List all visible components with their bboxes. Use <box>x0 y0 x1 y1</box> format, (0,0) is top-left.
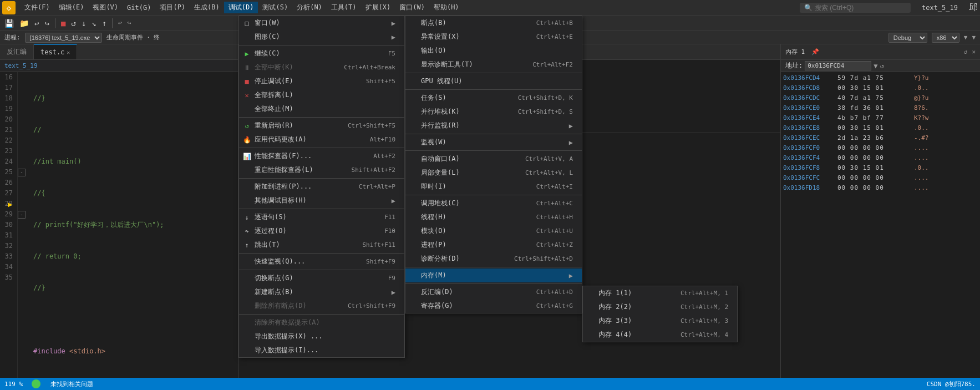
stop-debug-shortcut: Shift+F5 <box>348 78 395 85</box>
menu-debug[interactable]: 调试(D) <box>224 2 258 13</box>
menu-git[interactable]: Git(G) <box>123 3 155 13</box>
menu-clear-tips-label: 清除所有数据提示(A) <box>255 318 320 327</box>
menu-window[interactable]: 窗口(W) <box>395 2 429 13</box>
menu-win-autos[interactable]: 自动窗口(A) Ctrl+Alt+V, A <box>405 152 582 166</box>
menu-win-registers[interactable]: 寄存器(G) Ctrl+Alt+G <box>405 299 582 313</box>
menu-help[interactable]: 帮助(H) <box>429 2 464 13</box>
memory-refresh-btn[interactable]: ↺ <box>964 48 968 55</box>
menu-tools[interactable]: 工具(T) <box>327 2 361 13</box>
menu-memory-4[interactable]: 内存 4(4) Ctrl+Alt+M, 4 <box>583 328 737 342</box>
toolbar-stepout[interactable]: ↑ <box>100 18 109 29</box>
menu-project[interactable]: 项目(P) <box>155 2 190 13</box>
memory-list-icon <box>409 271 418 280</box>
memory-addr-arrow[interactable]: ▼ <box>874 62 877 70</box>
dropdown-arrow1[interactable]: ▼ <box>964 34 968 41</box>
menu-debug-window[interactable]: □ 窗口(W) ▶ <box>239 16 404 30</box>
menu-restart-profiler[interactable]: 重启性能探查器(L) Shift+Alt+F2 <box>239 163 404 177</box>
menu-detach-all[interactable]: ✕ 全部拆离(L) <box>239 88 404 102</box>
quick-watch-shortcut: Shift+F9 <box>348 258 395 265</box>
menu-win-output[interactable]: 输出(O) <box>405 44 582 58</box>
menu-continue[interactable]: ▶ 继续(C) F5 <box>239 47 404 60</box>
menu-analyze[interactable]: 分析(N) <box>292 2 327 13</box>
toolbar-stop[interactable]: ■ <box>59 18 68 29</box>
toolbar-redo[interactable]: ↪ <box>125 18 134 28</box>
menu-profiler[interactable]: 📊 性能探查器(F)... Alt+F2 <box>239 149 404 163</box>
menu-attach[interactable]: 附加到进程(P)... Ctrl+Alt+P <box>239 180 404 194</box>
memory-close-btn[interactable]: ✕ <box>972 48 976 55</box>
debug-config-select[interactable]: Debug <box>888 33 927 43</box>
menu-new-bp[interactable]: 新建断点(B) ▶ <box>239 285 404 299</box>
menu-quick-watch[interactable]: 快速监视(Q)... Shift+F9 <box>239 255 404 269</box>
menu-test[interactable]: 测试(S) <box>258 2 292 13</box>
menu-win-tasks[interactable]: 任务(S) Ctrl+Shift+D, K <box>405 91 582 105</box>
tab-testc[interactable]: test.c ✕ <box>34 44 77 59</box>
memory-addr-refresh[interactable]: ↺ <box>880 62 883 70</box>
toolbar-forward[interactable]: ↪ <box>42 18 51 29</box>
expand-btn-25[interactable]: - <box>18 169 26 176</box>
code-area[interactable]: //} // //int main() //{ // printf("好好学习，… <box>29 72 238 390</box>
menu-win-parallel-watch[interactable]: 并行监视(R) ▶ <box>405 119 582 133</box>
menu-win-diag[interactable]: 显示诊断工具(T) Ctrl+Alt+F2 <box>405 58 582 72</box>
menu-win-disasm[interactable]: 反汇编(D) Ctrl+Alt+D <box>405 285 582 299</box>
menu-step-out[interactable]: ↑ 跳出(T) Shift+F11 <box>239 238 404 252</box>
menu-export-tips[interactable]: 导出数据提示(X) ... <box>239 330 404 343</box>
toolbar-stepover[interactable]: ↓ <box>79 18 88 29</box>
toolbar-back[interactable]: ↩ <box>32 18 41 29</box>
menu-win-processes[interactable]: 进程(P) Ctrl+Alt+Z <box>405 238 582 252</box>
menu-win-registers-label: 寄存器(G) <box>421 301 453 311</box>
menu-import-tips[interactable]: 导入数据提示(I)... <box>239 343 404 357</box>
code-line-22: //} <box>33 283 233 293</box>
menu-win-breakpoints[interactable]: 断点(B) Ctrl+Alt+B <box>405 16 582 30</box>
arch-select[interactable]: x86 <box>932 33 959 43</box>
menu-win-diag-analysis[interactable]: 诊断分析(D) Ctrl+Shift+Alt+D <box>405 252 582 266</box>
menu-win-immediate[interactable]: 即时(I) Ctrl+Alt+I <box>405 180 582 194</box>
menu-stop-debug[interactable]: ■ 停止调试(E) Shift+F5 <box>239 74 404 88</box>
menu-win-watch[interactable]: 监视(W) ▶ <box>405 135 582 149</box>
menu-win-modules[interactable]: 模块(O) Ctrl+Alt+U <box>405 224 582 238</box>
tab-disasm[interactable]: 反汇编 <box>0 44 34 59</box>
menu-build[interactable]: 生成(B) <box>190 2 224 13</box>
menu-file[interactable]: 文件(F) <box>20 2 54 13</box>
menu-toggle-bp[interactable]: 切换断点(G) F9 <box>239 271 404 285</box>
menu-step-into[interactable]: ↓ 逐语句(S) F11 <box>239 210 404 224</box>
dropdown-arrow2[interactable]: ▼ <box>972 34 976 41</box>
memory-pin-btn[interactable]: 📌 <box>811 48 819 55</box>
menu-restart[interactable]: ↺ 重新启动(R) Ctrl+Shift+F5 <box>239 119 404 133</box>
search-input[interactable] <box>815 4 898 12</box>
menu-win-parallel-stack[interactable]: 并行堆栈(K) Ctrl+Shift+D, S <box>405 105 582 119</box>
menu-detach-all-label: 全部拆离(L) <box>255 90 293 100</box>
menu-win-locals[interactable]: 局部变量(L) Ctrl+Alt+V, L <box>405 166 582 180</box>
toolbar-undo[interactable]: ↩ <box>116 18 124 28</box>
win-autos-shortcut: Ctrl+Alt+V, A <box>507 155 573 163</box>
apply-icon: 🔥 <box>242 135 251 144</box>
menu-win-memory[interactable]: 内存(M) ▶ <box>405 269 582 282</box>
menu-win-threads[interactable]: 线程(H) Ctrl+Alt+H <box>405 210 582 224</box>
menu-debug-graphics[interactable]: 图形(C) ▶ <box>239 30 404 44</box>
sep3 <box>239 148 404 148</box>
menu-other-targets[interactable]: 其他调试目标(H) ▶ <box>239 194 404 207</box>
win-locals-shortcut: Ctrl+Alt+V, L <box>507 169 573 176</box>
expand-btn-29[interactable]: - <box>18 211 26 219</box>
memory-addr-input[interactable] <box>805 61 871 70</box>
menu-win-exceptions[interactable]: 异常设置(X) Ctrl+Alt+E <box>405 30 582 44</box>
menu-win-gpu[interactable]: GPU 线程(U) <box>405 74 582 88</box>
diag-icon <box>409 60 418 69</box>
wsep3 <box>405 134 582 134</box>
process-select[interactable]: [16376] text_5_19.exe <box>25 33 102 43</box>
menu-terminate-all[interactable]: 全部终止(M) <box>239 102 404 116</box>
toolbar-open[interactable]: 📁 <box>17 18 31 29</box>
toolbar-restart[interactable]: ↺ <box>69 18 78 29</box>
menu-win-callstack[interactable]: 调用堆栈(C) Ctrl+Alt+C <box>405 196 582 210</box>
menu-step-over[interactable]: ↷ 逐过程(O) F10 <box>239 224 404 238</box>
menu-memory-3[interactable]: 内存 3(3) Ctrl+Alt+M, 3 <box>583 314 737 328</box>
menu-view[interactable]: 视图(V) <box>88 2 123 13</box>
menu-edit[interactable]: 编辑(E) <box>54 2 89 13</box>
menu-apply-changes[interactable]: 🔥 应用代码更改(A) Alt+F10 <box>239 133 404 146</box>
toolbar-stepinto[interactable]: ↘ <box>89 18 98 29</box>
code-line-23 <box>33 315 233 325</box>
toolbar-save[interactable]: 💾 <box>2 18 16 29</box>
tab-close-testc[interactable]: ✕ <box>67 49 70 55</box>
menu-extend[interactable]: 扩展(X) <box>361 2 395 13</box>
menu-memory-2[interactable]: 内存 2(2) Ctrl+Alt+M, 2 <box>583 300 737 314</box>
menu-memory-1[interactable]: 内存 1(1) Ctrl+Alt+M, 1 <box>583 286 737 300</box>
